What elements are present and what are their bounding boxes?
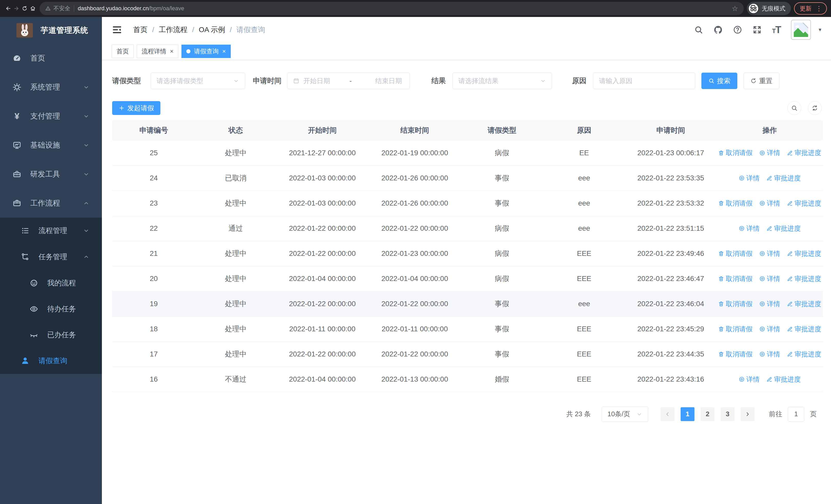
cancel-action-link[interactable]: 取消请假 [718,350,752,359]
leave-type-select[interactable]: 请选择请假类型 [151,72,245,89]
pen-icon [787,150,793,156]
bookmark-star-icon[interactable]: ☆ [732,4,738,13]
trash-icon [718,301,724,307]
progress-action-link[interactable]: 审批进度 [787,148,821,157]
detail-action-link[interactable]: 详情 [739,174,760,183]
breadcrumb-item[interactable]: 工作流程 [159,25,188,35]
active-tab-dot [186,49,191,53]
cell-status: 不通过 [195,367,276,392]
sidebar-item-label: 任务管理 [38,252,67,262]
result-select[interactable]: 请选择流结果 [453,72,552,89]
cancel-action-link[interactable]: 取消请假 [718,249,752,258]
reason-input[interactable]: 请输入原因 [593,72,695,89]
tab-流程详情[interactable]: 流程详情× [137,45,178,58]
page-button-3[interactable]: 3 [721,407,735,421]
sidebar-item-我的流程[interactable]: 我的流程 [0,270,102,296]
apply-time-range-picker[interactable]: 开始日期 - 结束日期 [287,72,410,89]
github-icon[interactable] [713,25,723,34]
detail-action-link[interactable]: 详情 [759,148,780,157]
cancel-action-link[interactable]: 取消请假 [718,148,752,157]
cancel-action-link[interactable]: 取消请假 [718,274,752,283]
action-label: 审批进度 [795,299,821,308]
detail-action-link[interactable]: 详情 [759,249,780,258]
sidebar-item-label: 已办任务 [47,330,76,340]
browser-reload-icon[interactable] [21,4,29,13]
tab-请假查询[interactable]: 请假查询× [181,45,231,58]
url-bar[interactable]: 不安全 dashboard.yudao.iocoder.cn/bpm/oa/le… [39,2,744,15]
cancel-action-link[interactable]: 取消请假 [718,199,752,208]
sidebar-item-系统管理[interactable]: 系统管理 [0,72,102,101]
cancel-action-link[interactable]: 取消请假 [718,299,752,308]
header-search-icon[interactable] [694,25,703,34]
sidebar-item-待办任务[interactable]: 待办任务 [0,296,102,322]
sidebar-item-支付管理[interactable]: ¥支付管理 [0,101,102,130]
refresh-table-button[interactable] [808,101,822,115]
create-leave-button[interactable]: 发起请假 [112,101,161,115]
url-host: dashboard.yudao.iocoder.cn [78,5,149,12]
sidebar-item-基础设施[interactable]: 基础设施 [0,130,102,159]
show-search-button[interactable] [787,101,801,115]
sidebar-item-请假查询[interactable]: 请假查询 [0,348,102,374]
avatar[interactable] [791,20,811,40]
help-icon[interactable] [733,25,742,34]
browser-update-button[interactable]: 更新 ⋮ [794,2,827,14]
next-page-button[interactable] [741,407,754,421]
browser-home-icon[interactable] [29,4,37,13]
detail-action-link[interactable]: 详情 [739,375,760,384]
reset-button[interactable]: 重置 [744,72,779,89]
detail-action-link[interactable]: 详情 [759,350,780,359]
cell-id: 23 [112,191,195,216]
refresh-icon [750,78,756,84]
cell-actions: 取消请假详情审批进度 [716,241,823,266]
progress-action-link[interactable]: 审批进度 [787,325,821,334]
goto-page-input[interactable]: 1 [788,407,804,422]
cell-end: 2022-01-22 00:00:00 [369,216,461,241]
chevron-down-icon [83,171,90,178]
fullscreen-icon[interactable] [752,25,762,34]
sidebar-item-流程管理[interactable]: 流程管理 [0,217,102,244]
breadcrumb-item[interactable]: OA 示例 [199,25,225,35]
prev-page-button[interactable] [661,407,675,421]
progress-action-link[interactable]: 审批进度 [787,249,821,258]
page-button-2[interactable]: 2 [700,407,715,421]
detail-action-link[interactable]: 详情 [759,199,780,208]
sidebar-item-任务管理[interactable]: 任务管理 [0,244,102,270]
column-header: 申请时间 [625,120,716,140]
progress-action-link[interactable]: 审批进度 [787,299,821,308]
browser-forward-icon[interactable] [12,4,21,13]
sidebar-item-研发工具[interactable]: 研发工具 [0,159,102,188]
progress-action-link[interactable]: 审批进度 [787,274,821,283]
detail-action-link[interactable]: 详情 [759,299,780,308]
browser-back-icon[interactable] [4,4,12,13]
close-icon[interactable]: × [170,48,173,55]
search-button[interactable]: 搜索 [701,72,737,89]
font-size-icon[interactable]: TT [772,24,781,35]
detail-action-link[interactable]: 详情 [739,224,760,233]
progress-action-link[interactable]: 审批进度 [766,375,801,384]
progress-action-link[interactable]: 审批进度 [787,350,821,359]
progress-action-link[interactable]: 审批进度 [787,199,821,208]
close-icon[interactable]: × [222,48,226,55]
page-button-1[interactable]: 1 [681,407,694,421]
sidebar-item-工作流程[interactable]: 工作流程 [0,188,102,217]
detail-action-link[interactable]: 详情 [759,274,780,283]
breadcrumb-item[interactable]: 首页 [133,25,148,35]
table-row: 22通过2022-01-22 00:00:002022-01-22 00:00:… [112,216,823,241]
sidebar-collapse-icon[interactable] [112,24,123,35]
column-header: 结束时间 [369,120,461,140]
browser-menu-icon[interactable]: ⋮ [815,5,822,12]
sidebar-item-已办任务[interactable]: 已办任务 [0,322,102,348]
tab-首页[interactable]: 首页 [112,45,134,58]
cell-id: 20 [112,266,195,291]
smile-icon [29,278,38,288]
avatar-caret-icon[interactable]: ▼ [818,27,822,33]
cell-applied: 2022-01-22 23:46:47 [625,266,716,291]
action-label: 详情 [767,299,780,308]
page-size-select[interactable]: 10条/页 [602,407,648,422]
detail-action-link[interactable]: 详情 [759,325,780,334]
progress-action-link[interactable]: 审批进度 [766,174,801,183]
sidebar-item-首页[interactable]: 首页 [0,43,102,72]
dashboard-icon [12,54,22,63]
progress-action-link[interactable]: 审批进度 [766,224,801,233]
cancel-action-link[interactable]: 取消请假 [718,325,752,334]
